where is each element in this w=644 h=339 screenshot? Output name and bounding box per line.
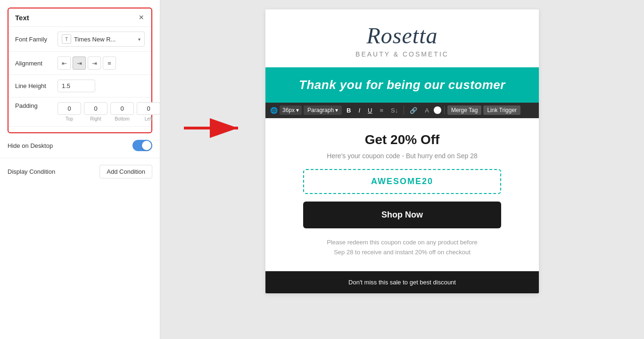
hide-on-desktop-row: Hide on Desktop xyxy=(0,133,160,158)
font-size-arrow: ▾ xyxy=(296,107,299,113)
line-height-label: Line Height xyxy=(15,82,58,89)
redeem-line-2: Sep 28 to receive and instant 20% off on… xyxy=(284,248,520,258)
padding-row: Padding 🔒 Top Right Bottom Left xyxy=(8,97,151,127)
footer-text: Don't miss this sale to get best discoun… xyxy=(348,279,456,286)
alignment-buttons: ⇤ ⇥ ⇥ ≡ xyxy=(58,56,116,70)
right-panel: Rosetta Beauty & Cosmetic Thank you for … xyxy=(160,0,644,339)
alignment-label: Alignment xyxy=(15,60,58,67)
padding-right-input[interactable] xyxy=(84,102,107,115)
arrow-icon xyxy=(179,114,245,142)
subscript-button[interactable]: S↓ xyxy=(388,105,401,115)
arrow-container xyxy=(179,114,245,144)
align-justify-button[interactable]: ≡ xyxy=(103,56,116,70)
hide-on-desktop-toggle[interactable] xyxy=(132,140,152,151)
font-size-select[interactable]: 36px ▾ xyxy=(280,105,302,115)
redeem-line-1: Please redeem this coupon code on any pr… xyxy=(284,238,520,248)
padding-top-input[interactable] xyxy=(58,102,81,115)
toolbar-divider xyxy=(404,106,404,114)
brand-name: Rosetta xyxy=(275,24,529,48)
italic-button[interactable]: I xyxy=(355,105,363,115)
left-panel: Text × Font Family T Times New R... ▾ Al… xyxy=(0,0,160,339)
coupon-description: Here's your coupon code - But hurry end … xyxy=(284,152,520,160)
discount-title: Get 20% Off xyxy=(284,132,520,147)
coupon-code: AWESOME20 xyxy=(371,177,433,186)
font-family-row: Font Family T Times New R... ▾ xyxy=(8,27,151,52)
padding-left-label: Left xyxy=(137,116,160,121)
padding-label: Padding xyxy=(15,102,58,109)
close-button[interactable]: × xyxy=(138,13,145,22)
align-left-button[interactable]: ⇤ xyxy=(58,56,71,70)
text-toolbar: 🌐 36px ▾ Paragraph ▾ B I U ≡ S↓ 🔗 A Merg… xyxy=(265,103,539,118)
align-center-button[interactable]: ⇥ xyxy=(73,56,86,70)
text-box-header: Text × xyxy=(8,8,151,27)
panel-title: Text xyxy=(15,14,29,22)
font-name-text: Times New R... xyxy=(74,36,116,43)
padding-top-label: Top xyxy=(58,116,81,121)
font-size-value: 36px xyxy=(282,107,295,113)
brand-subtitle: Beauty & Cosmetic xyxy=(275,50,529,58)
email-body: Get 20% Off Here's your coupon code - Bu… xyxy=(265,118,539,272)
toggle-knob xyxy=(142,141,151,150)
padding-left-input[interactable] xyxy=(137,102,160,115)
align-right-button[interactable]: ⇥ xyxy=(88,56,101,70)
coupon-code-box: AWESOME20 xyxy=(303,169,501,194)
footer-banner: Don't miss this sale to get best discoun… xyxy=(265,271,539,293)
font-type-icon: T xyxy=(62,34,71,44)
padding-right-label: Right xyxy=(84,116,107,121)
strikethrough-button[interactable]: ≡ xyxy=(377,105,386,115)
merge-tag-button[interactable]: Merge Tag xyxy=(447,105,481,115)
alignment-row: Alignment ⇤ ⇥ ⇥ ≡ xyxy=(8,52,151,75)
toolbar-divider-2 xyxy=(444,106,445,114)
teal-banner: Thank you for being our customer xyxy=(265,67,539,103)
email-header: Rosetta Beauty & Cosmetic xyxy=(265,9,539,67)
padding-fields: 🔒 xyxy=(58,102,160,115)
banner-text: Thank you for being our customer xyxy=(275,78,529,92)
hide-on-desktop-label: Hide on Desktop xyxy=(8,142,53,149)
email-preview: Rosetta Beauty & Cosmetic Thank you for … xyxy=(265,9,539,293)
paragraph-arrow: ▾ xyxy=(335,107,338,113)
color-circle xyxy=(434,106,441,114)
add-condition-button[interactable]: Add Condition xyxy=(99,165,152,178)
padding-bottom-input[interactable] xyxy=(110,102,134,115)
bold-button[interactable]: B xyxy=(344,105,354,115)
padding-bottom-label: Bottom xyxy=(110,116,134,121)
paragraph-select[interactable]: Paragraph ▾ xyxy=(304,105,342,115)
underline-button[interactable]: U xyxy=(365,105,375,115)
text-color-button[interactable]: A xyxy=(422,105,432,115)
globe-icon: 🌐 xyxy=(270,107,278,114)
font-family-inner: T Times New R... xyxy=(62,34,116,44)
dropdown-arrow-icon: ▾ xyxy=(138,37,140,42)
paragraph-value: Paragraph xyxy=(307,107,334,113)
display-condition-label: Display Condition xyxy=(8,168,55,175)
link-button[interactable]: 🔗 xyxy=(407,105,420,115)
shop-now-button[interactable]: Shop Now xyxy=(303,202,501,228)
text-settings-box: Text × Font Family T Times New R... ▾ Al… xyxy=(8,8,152,133)
font-family-select[interactable]: T Times New R... ▾ xyxy=(58,32,145,47)
padding-labels: Top Right Bottom Left xyxy=(58,116,160,121)
line-height-row: Line Height xyxy=(8,75,151,97)
padding-inputs: 🔒 Top Right Bottom Left xyxy=(58,102,160,121)
redeem-text: Please redeem this coupon code on any pr… xyxy=(284,238,520,258)
font-family-label: Font Family xyxy=(15,36,58,43)
link-trigger-button[interactable]: Link Trigger xyxy=(483,105,520,115)
display-condition-row: Display Condition Add Condition xyxy=(0,158,160,185)
line-height-input[interactable] xyxy=(58,80,95,92)
